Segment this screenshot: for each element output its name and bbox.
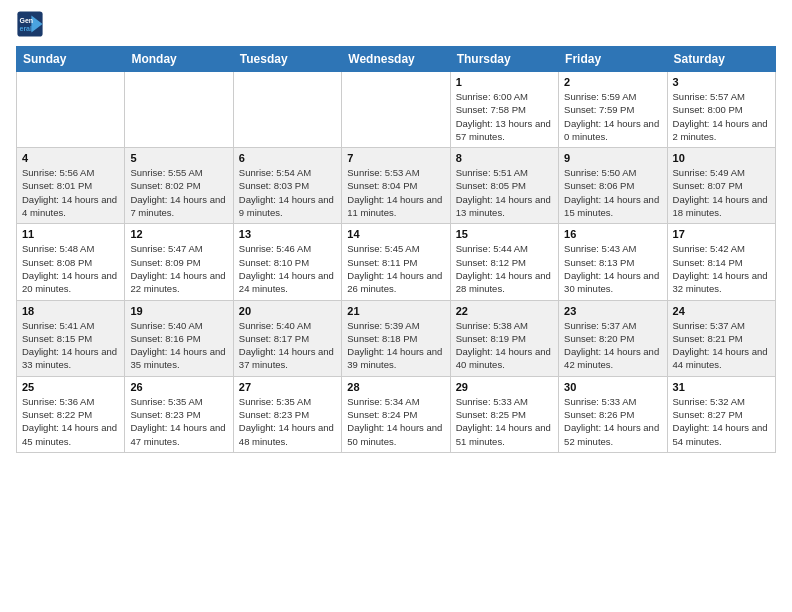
weekday-header-wednesday: Wednesday [342,47,450,72]
day-info: Sunrise: 5:51 AM Sunset: 8:05 PM Dayligh… [456,166,553,219]
day-info: Sunrise: 5:36 AM Sunset: 8:22 PM Dayligh… [22,395,119,448]
day-info: Sunrise: 5:37 AM Sunset: 8:21 PM Dayligh… [673,319,770,372]
day-number: 28 [347,381,444,393]
calendar-cell: 1Sunrise: 6:00 AM Sunset: 7:58 PM Daylig… [450,72,558,148]
week-row-4: 18Sunrise: 5:41 AM Sunset: 8:15 PM Dayli… [17,300,776,376]
calendar-cell: 18Sunrise: 5:41 AM Sunset: 8:15 PM Dayli… [17,300,125,376]
day-info: Sunrise: 5:46 AM Sunset: 8:10 PM Dayligh… [239,242,336,295]
calendar-cell: 17Sunrise: 5:42 AM Sunset: 8:14 PM Dayli… [667,224,775,300]
calendar-cell: 22Sunrise: 5:38 AM Sunset: 8:19 PM Dayli… [450,300,558,376]
day-info: Sunrise: 5:55 AM Sunset: 8:02 PM Dayligh… [130,166,227,219]
calendar-cell: 27Sunrise: 5:35 AM Sunset: 8:23 PM Dayli… [233,376,341,452]
week-row-2: 4Sunrise: 5:56 AM Sunset: 8:01 PM Daylig… [17,148,776,224]
week-row-5: 25Sunrise: 5:36 AM Sunset: 8:22 PM Dayli… [17,376,776,452]
logo-icon: Gen eral [16,10,44,38]
day-number: 30 [564,381,661,393]
calendar-cell: 14Sunrise: 5:45 AM Sunset: 8:11 PM Dayli… [342,224,450,300]
day-info: Sunrise: 5:44 AM Sunset: 8:12 PM Dayligh… [456,242,553,295]
calendar-cell: 12Sunrise: 5:47 AM Sunset: 8:09 PM Dayli… [125,224,233,300]
day-info: Sunrise: 5:43 AM Sunset: 8:13 PM Dayligh… [564,242,661,295]
calendar-cell: 9Sunrise: 5:50 AM Sunset: 8:06 PM Daylig… [559,148,667,224]
day-number: 3 [673,76,770,88]
day-number: 12 [130,228,227,240]
calendar-cell: 8Sunrise: 5:51 AM Sunset: 8:05 PM Daylig… [450,148,558,224]
day-number: 22 [456,305,553,317]
calendar-cell: 10Sunrise: 5:49 AM Sunset: 8:07 PM Dayli… [667,148,775,224]
calendar-cell [125,72,233,148]
day-number: 10 [673,152,770,164]
calendar-cell [342,72,450,148]
calendar-cell: 24Sunrise: 5:37 AM Sunset: 8:21 PM Dayli… [667,300,775,376]
day-info: Sunrise: 5:54 AM Sunset: 8:03 PM Dayligh… [239,166,336,219]
weekday-header-saturday: Saturday [667,47,775,72]
day-number: 2 [564,76,661,88]
day-info: Sunrise: 5:33 AM Sunset: 8:26 PM Dayligh… [564,395,661,448]
calendar-cell: 28Sunrise: 5:34 AM Sunset: 8:24 PM Dayli… [342,376,450,452]
day-info: Sunrise: 5:37 AM Sunset: 8:20 PM Dayligh… [564,319,661,372]
calendar-cell: 20Sunrise: 5:40 AM Sunset: 8:17 PM Dayli… [233,300,341,376]
calendar-cell: 3Sunrise: 5:57 AM Sunset: 8:00 PM Daylig… [667,72,775,148]
day-number: 21 [347,305,444,317]
calendar-cell: 23Sunrise: 5:37 AM Sunset: 8:20 PM Dayli… [559,300,667,376]
day-number: 6 [239,152,336,164]
calendar-cell: 25Sunrise: 5:36 AM Sunset: 8:22 PM Dayli… [17,376,125,452]
day-number: 29 [456,381,553,393]
day-info: Sunrise: 5:39 AM Sunset: 8:18 PM Dayligh… [347,319,444,372]
calendar-cell: 6Sunrise: 5:54 AM Sunset: 8:03 PM Daylig… [233,148,341,224]
day-info: Sunrise: 5:35 AM Sunset: 8:23 PM Dayligh… [130,395,227,448]
day-number: 17 [673,228,770,240]
day-info: Sunrise: 5:34 AM Sunset: 8:24 PM Dayligh… [347,395,444,448]
calendar-cell: 11Sunrise: 5:48 AM Sunset: 8:08 PM Dayli… [17,224,125,300]
day-info: Sunrise: 6:00 AM Sunset: 7:58 PM Dayligh… [456,90,553,143]
calendar-cell: 19Sunrise: 5:40 AM Sunset: 8:16 PM Dayli… [125,300,233,376]
day-number: 31 [673,381,770,393]
calendar-cell [233,72,341,148]
weekday-header-thursday: Thursday [450,47,558,72]
day-info: Sunrise: 5:50 AM Sunset: 8:06 PM Dayligh… [564,166,661,219]
calendar-cell [17,72,125,148]
day-number: 7 [347,152,444,164]
day-info: Sunrise: 5:59 AM Sunset: 7:59 PM Dayligh… [564,90,661,143]
day-number: 26 [130,381,227,393]
calendar-cell: 7Sunrise: 5:53 AM Sunset: 8:04 PM Daylig… [342,148,450,224]
week-row-1: 1Sunrise: 6:00 AM Sunset: 7:58 PM Daylig… [17,72,776,148]
weekday-header-sunday: Sunday [17,47,125,72]
header: Gen eral [16,10,776,38]
weekday-header-row: SundayMondayTuesdayWednesdayThursdayFrid… [17,47,776,72]
calendar-cell: 16Sunrise: 5:43 AM Sunset: 8:13 PM Dayli… [559,224,667,300]
day-number: 20 [239,305,336,317]
day-info: Sunrise: 5:38 AM Sunset: 8:19 PM Dayligh… [456,319,553,372]
day-number: 23 [564,305,661,317]
page: Gen eral SundayMondayTuesdayWednesdayThu… [0,0,792,469]
day-number: 24 [673,305,770,317]
weekday-header-friday: Friday [559,47,667,72]
weekday-header-tuesday: Tuesday [233,47,341,72]
day-number: 19 [130,305,227,317]
calendar-cell: 13Sunrise: 5:46 AM Sunset: 8:10 PM Dayli… [233,224,341,300]
day-info: Sunrise: 5:33 AM Sunset: 8:25 PM Dayligh… [456,395,553,448]
day-number: 14 [347,228,444,240]
day-number: 5 [130,152,227,164]
day-number: 15 [456,228,553,240]
calendar-cell: 30Sunrise: 5:33 AM Sunset: 8:26 PM Dayli… [559,376,667,452]
day-number: 27 [239,381,336,393]
svg-text:eral: eral [20,25,33,32]
day-info: Sunrise: 5:47 AM Sunset: 8:09 PM Dayligh… [130,242,227,295]
calendar-cell: 2Sunrise: 5:59 AM Sunset: 7:59 PM Daylig… [559,72,667,148]
day-info: Sunrise: 5:48 AM Sunset: 8:08 PM Dayligh… [22,242,119,295]
day-number: 13 [239,228,336,240]
day-number: 11 [22,228,119,240]
calendar-cell: 29Sunrise: 5:33 AM Sunset: 8:25 PM Dayli… [450,376,558,452]
calendar-cell: 31Sunrise: 5:32 AM Sunset: 8:27 PM Dayli… [667,376,775,452]
calendar: SundayMondayTuesdayWednesdayThursdayFrid… [16,46,776,453]
day-number: 1 [456,76,553,88]
day-info: Sunrise: 5:49 AM Sunset: 8:07 PM Dayligh… [673,166,770,219]
calendar-cell: 5Sunrise: 5:55 AM Sunset: 8:02 PM Daylig… [125,148,233,224]
day-number: 4 [22,152,119,164]
day-info: Sunrise: 5:42 AM Sunset: 8:14 PM Dayligh… [673,242,770,295]
calendar-cell: 15Sunrise: 5:44 AM Sunset: 8:12 PM Dayli… [450,224,558,300]
day-info: Sunrise: 5:45 AM Sunset: 8:11 PM Dayligh… [347,242,444,295]
day-info: Sunrise: 5:40 AM Sunset: 8:16 PM Dayligh… [130,319,227,372]
day-number: 9 [564,152,661,164]
day-number: 8 [456,152,553,164]
